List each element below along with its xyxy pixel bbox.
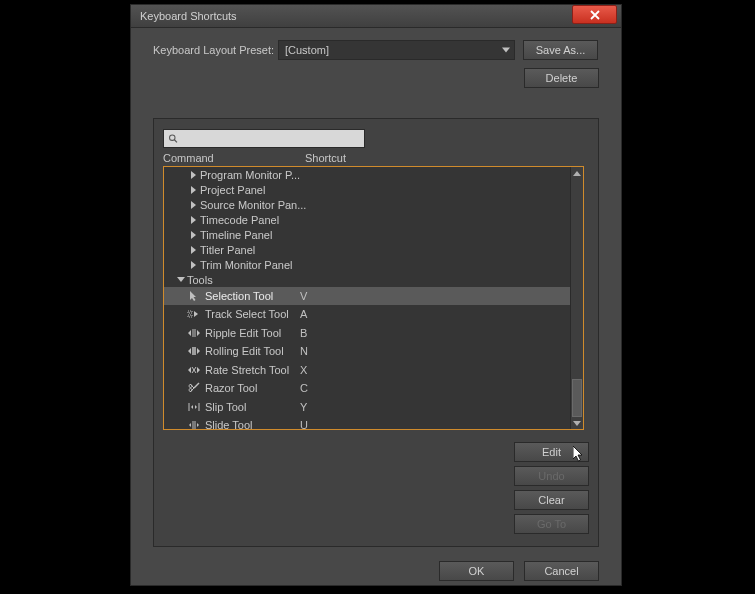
panel-item[interactable]: Trim Monitor Panel xyxy=(164,257,570,272)
scroll-down-button[interactable] xyxy=(571,417,583,429)
ok-button[interactable]: OK xyxy=(439,561,514,581)
clear-button[interactable]: Clear xyxy=(514,490,589,510)
list-headers: Command Shortcut xyxy=(163,152,589,164)
expand-arrow-icon[interactable] xyxy=(189,246,198,254)
tool-label: Ripple Edit Tool xyxy=(205,327,300,339)
shortcuts-panel: Command Shortcut Program Monitor P...Pro… xyxy=(153,118,599,547)
chevron-down-icon xyxy=(502,48,510,53)
tool-label: Track Select Tool xyxy=(205,308,300,320)
chevron-down-icon xyxy=(573,421,581,426)
panel-label: Program Monitor P... xyxy=(200,169,380,181)
svg-rect-3 xyxy=(188,315,192,317)
panel-label: Timeline Panel xyxy=(200,229,380,241)
svg-line-8 xyxy=(194,383,199,388)
panel-item[interactable]: Project Panel xyxy=(164,182,570,197)
search-field[interactable] xyxy=(163,129,365,148)
panel-item[interactable]: Source Monitor Pan... xyxy=(164,197,570,212)
svg-rect-2 xyxy=(188,311,192,313)
panel-label: Source Monitor Pan... xyxy=(200,199,380,211)
tool-shortcut: X xyxy=(300,364,307,376)
save-as-button[interactable]: Save As... xyxy=(523,40,598,60)
shortcut-header: Shortcut xyxy=(305,152,346,164)
tool-shortcut: B xyxy=(300,327,307,339)
search-input[interactable] xyxy=(181,133,360,145)
expand-arrow-icon[interactable] xyxy=(189,261,198,269)
tool-item[interactable]: Rate Stretch ToolX xyxy=(164,361,570,380)
window-title: Keyboard Shortcuts xyxy=(131,10,237,22)
tool-label: Rolling Edit Tool xyxy=(205,345,300,357)
track-select-icon xyxy=(186,308,202,320)
tools-label: Tools xyxy=(187,274,213,286)
rate-stretch-icon xyxy=(186,364,202,376)
tool-item[interactable]: Selection ToolV xyxy=(164,287,570,305)
tool-item[interactable]: Razor ToolC xyxy=(164,379,570,398)
panel-label: Titler Panel xyxy=(200,244,380,256)
preset-value: [Custom] xyxy=(285,44,329,56)
edit-button[interactable]: Edit xyxy=(514,442,589,462)
scroll-up-button[interactable] xyxy=(571,167,583,179)
panel-item[interactable]: Timecode Panel xyxy=(164,212,570,227)
scroll-thumb[interactable] xyxy=(572,379,582,417)
tool-label: Razor Tool xyxy=(205,382,300,394)
tool-shortcut: A xyxy=(300,308,307,320)
search-icon xyxy=(168,133,178,144)
goto-button[interactable]: Go To xyxy=(514,514,589,534)
slide-icon xyxy=(186,419,202,429)
slip-icon xyxy=(186,401,202,413)
panel-label: Trim Monitor Panel xyxy=(200,259,380,271)
tool-item[interactable]: Rolling Edit ToolN xyxy=(164,342,570,361)
panel-item[interactable]: Titler Panel xyxy=(164,242,570,257)
undo-button[interactable]: Undo xyxy=(514,466,589,486)
tool-item[interactable]: Slide ToolU xyxy=(164,416,570,429)
tool-item[interactable]: Slip ToolY xyxy=(164,398,570,417)
tools-group[interactable]: Tools xyxy=(164,272,570,287)
delete-button[interactable]: Delete xyxy=(524,68,599,88)
collapse-arrow-icon[interactable] xyxy=(176,277,185,282)
tool-shortcut: N xyxy=(300,345,308,357)
commands-tree: Program Monitor P...Project PanelSource … xyxy=(163,166,584,430)
preset-label: Keyboard Layout Preset: xyxy=(153,44,278,56)
panel-item[interactable]: Program Monitor P... xyxy=(164,167,570,182)
preset-select[interactable]: [Custom] xyxy=(278,40,515,60)
expand-arrow-icon[interactable] xyxy=(189,216,198,224)
razor-icon xyxy=(186,382,202,394)
tool-item[interactable]: Track Select ToolA xyxy=(164,305,570,324)
tool-label: Slip Tool xyxy=(205,401,300,413)
close-button[interactable] xyxy=(572,5,617,24)
ripple-icon xyxy=(186,327,202,339)
expand-arrow-icon[interactable] xyxy=(189,171,198,179)
svg-line-1 xyxy=(174,140,177,143)
titlebar[interactable]: Keyboard Shortcuts xyxy=(131,5,621,28)
panel-label: Project Panel xyxy=(200,184,380,196)
expand-arrow-icon[interactable] xyxy=(189,231,198,239)
tool-shortcut: Y xyxy=(300,401,307,413)
command-header: Command xyxy=(163,152,305,164)
tool-shortcut: V xyxy=(300,290,307,302)
panel-label: Timecode Panel xyxy=(200,214,380,226)
scrollbar[interactable] xyxy=(570,167,583,429)
tool-label: Rate Stretch Tool xyxy=(205,364,300,376)
expand-arrow-icon[interactable] xyxy=(189,186,198,194)
close-icon xyxy=(590,10,600,20)
cursor-icon xyxy=(186,290,202,302)
tool-label: Slide Tool xyxy=(205,419,300,429)
keyboard-shortcuts-dialog: Keyboard Shortcuts Keyboard Layout Prese… xyxy=(130,4,622,586)
cancel-button[interactable]: Cancel xyxy=(524,561,599,581)
expand-arrow-icon[interactable] xyxy=(189,201,198,209)
tool-item[interactable]: Ripple Edit ToolB xyxy=(164,324,570,343)
tool-shortcut: U xyxy=(300,419,308,429)
tool-label: Selection Tool xyxy=(205,290,300,302)
rolling-icon xyxy=(186,345,202,357)
panel-item[interactable]: Timeline Panel xyxy=(164,227,570,242)
chevron-up-icon xyxy=(573,171,581,176)
svg-point-0 xyxy=(170,135,175,140)
tool-shortcut: C xyxy=(300,382,308,394)
